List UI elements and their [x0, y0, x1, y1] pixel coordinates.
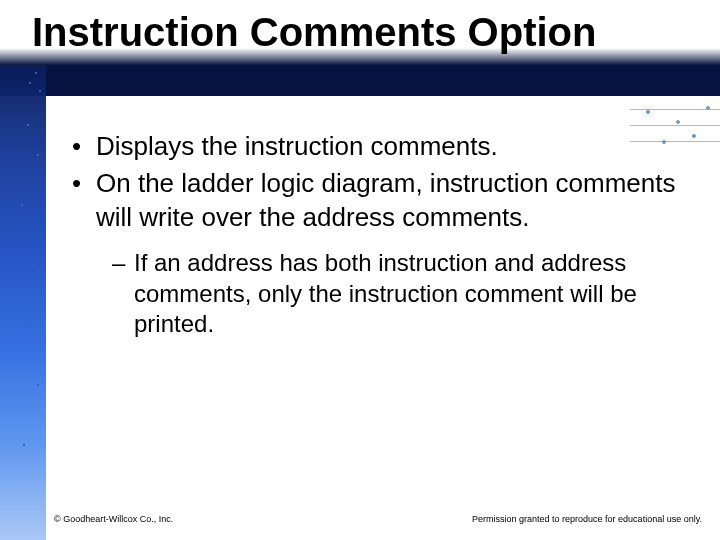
footer-copyright: © Goodheart-Willcox Co., Inc. — [54, 514, 173, 524]
bullet-level2: If an address has both instruction and a… — [72, 248, 680, 340]
slide: Instruction Comments Option Displays the… — [0, 0, 720, 540]
bullet-level1: Displays the instruction comments. — [72, 130, 680, 163]
bullet-level1: On the ladder logic diagram, instruction… — [72, 167, 680, 234]
slide-body: Displays the instruction comments. On th… — [72, 130, 680, 340]
footer-permission: Permission granted to reproduce for educ… — [472, 514, 702, 524]
title-band: Instruction Comments Option — [0, 0, 720, 96]
slide-title: Instruction Comments Option — [32, 10, 700, 54]
side-art — [0, 65, 46, 540]
